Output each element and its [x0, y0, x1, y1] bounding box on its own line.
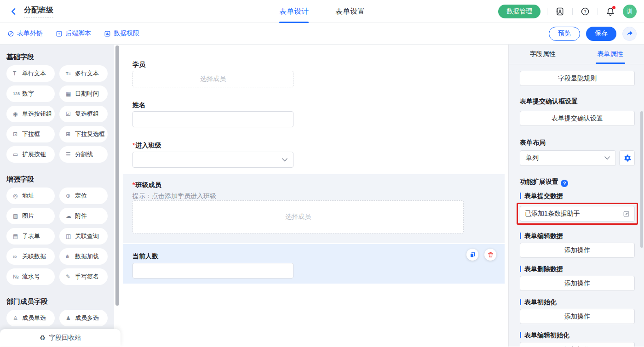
- person-icon: ♙: [13, 315, 22, 321]
- delete-field-button[interactable]: [484, 249, 496, 261]
- field-current-count-input[interactable]: [132, 263, 293, 279]
- member-picker-placeholder: 选择成员: [200, 75, 226, 83]
- sidebar-chip-member-single[interactable]: ♙成员单选: [6, 310, 55, 326]
- sidebar-chip-address[interactable]: ◎地址: [6, 188, 55, 204]
- form-submit-data-value: 已添加1条数据助手: [525, 210, 580, 218]
- field-recycle-bin-button[interactable]: ♻ 字段回收站: [0, 329, 121, 347]
- data-permission-label: 数据权限: [114, 29, 139, 38]
- submit-confirm-heading: 表单提交确认框设置: [520, 97, 635, 106]
- back-button[interactable]: [7, 5, 20, 18]
- sidebar-chip-label: 附件: [75, 212, 87, 220]
- member-picker-placeholder: 选择成员: [285, 213, 311, 221]
- avatar[interactable]: 训: [623, 5, 637, 18]
- sidebar-chip-image[interactable]: ▧图片: [6, 208, 55, 224]
- sidebar-chip-label: 单选按钮组: [22, 110, 52, 118]
- script-icon: [56, 30, 63, 37]
- panel-scrollbar-thumb[interactable]: [640, 111, 643, 248]
- form-layout-select[interactable]: 单列: [520, 150, 616, 166]
- sidebar-chip-member-multi[interactable]: ♟成员多选: [59, 310, 108, 326]
- layout-settings-button[interactable]: [619, 150, 635, 166]
- backend-script-label: 后端脚本: [65, 29, 91, 38]
- sidebar-section-title: 增强字段: [6, 175, 108, 184]
- data-manage-button[interactable]: 数据管理: [498, 5, 540, 18]
- form-layout-value: 单列: [526, 154, 539, 162]
- tab-form-design[interactable]: 表单设计: [279, 0, 309, 23]
- field-class-members-label: 班级成员: [135, 181, 161, 188]
- sidebar-chip-dropdown[interactable]: ⊡下拉框: [6, 126, 55, 142]
- field-student[interactable]: 学员 选择成员: [121, 60, 508, 87]
- sidebar-chip-serial-number[interactable]: №流水号: [6, 268, 55, 285]
- sidebar-chip-label: 日期时间: [75, 90, 99, 98]
- sidebar-section-title: 基础字段: [6, 52, 108, 62]
- sidebar-scrollbar-thumb[interactable]: [115, 46, 119, 306]
- field-name-input[interactable]: [132, 111, 293, 127]
- sidebar-chip-linked-query[interactable]: ◫关联查询: [59, 228, 108, 245]
- save-button[interactable]: 保存: [586, 27, 616, 41]
- checkbox-icon: ☑: [66, 111, 75, 117]
- subform-icon: ▤: [13, 233, 22, 239]
- form-init-add-action-button[interactable]: 添加操作: [520, 309, 635, 324]
- sidebar-chip-label: 手写签名: [75, 273, 99, 281]
- share-button[interactable]: [622, 27, 637, 41]
- sidebar-chip-linked-data[interactable]: ∞关联数据: [6, 248, 55, 265]
- tab-form-properties[interactable]: 表单属性: [576, 45, 644, 64]
- sidebar-chip-location[interactable]: ⊕定位: [59, 188, 108, 204]
- field-enter-class-select[interactable]: [132, 152, 293, 168]
- help-button[interactable]: ?: [579, 6, 591, 17]
- field-enter-class[interactable]: *进入班级: [121, 141, 508, 168]
- required-mark: *: [132, 142, 135, 149]
- sidebar-chip-multi-line-text[interactable]: T≡多行文本: [59, 65, 108, 82]
- field-student-member-picker[interactable]: 选择成员: [132, 71, 293, 87]
- sidebar-chip-radio-group[interactable]: ◉单选按钮组: [6, 106, 55, 122]
- sidebar-chip-checkbox-group[interactable]: ☑复选框组: [59, 106, 108, 122]
- data-permission-button[interactable]: 数据权限: [104, 29, 139, 38]
- radio-icon: ◉: [13, 111, 22, 117]
- sidebar-chip-label: 流水号: [22, 273, 40, 281]
- sidebar-chip-multi-dropdown[interactable]: ⊞下拉复选框: [59, 126, 108, 142]
- address-pin-icon: ◎: [13, 193, 22, 199]
- contact-book-button[interactable]: [554, 6, 566, 17]
- field-visibility-rules-button[interactable]: 字段显隐规则: [520, 71, 635, 86]
- sidebar-chip-single-line-text[interactable]: T单行文本: [6, 65, 55, 82]
- extension-help-icon[interactable]: ?: [561, 180, 568, 187]
- required-mark: *: [132, 181, 135, 188]
- sidebar-chip-number[interactable]: 123数字: [6, 85, 55, 102]
- ext-title-form-init: 表单初始化: [520, 297, 635, 307]
- form-edit-init-add-action-button[interactable]: 添加操作: [520, 342, 635, 347]
- ext-title-form-edit-init: 表单编辑初始化: [520, 330, 635, 340]
- edit-icon: [623, 210, 630, 217]
- ext-title-form-edit-data: 表单编辑数据: [520, 231, 635, 240]
- form-delete-data-add-action-button[interactable]: 添加操作: [520, 276, 635, 291]
- tab-field-properties[interactable]: 字段属性: [509, 45, 576, 64]
- page-title[interactable]: 分配班级: [24, 6, 53, 17]
- field-class-members[interactable]: *班级成员 提示：点击添加学员进入班级 选择成员: [123, 174, 505, 243]
- copy-field-button[interactable]: [466, 249, 478, 261]
- field-library-sidebar: 基础字段T单行文本T≡多行文本123数字▦日期时间◉单选按钮组☑复选框组⊡下拉框…: [0, 45, 114, 347]
- sidebar-chip-attachment[interactable]: ☁附件: [59, 208, 108, 224]
- form-external-link-button[interactable]: 表单外链: [7, 29, 43, 38]
- sidebar-chip-divider[interactable]: ☰分割线: [59, 146, 108, 163]
- sidebar-chip-signature[interactable]: ✎手写签名: [59, 268, 108, 285]
- tab-form-settings[interactable]: 表单设置: [335, 0, 365, 23]
- field-enter-class-label: 进入班级: [135, 142, 161, 149]
- backend-script-button[interactable]: 后端脚本: [56, 29, 91, 38]
- recycle-label: 字段回收站: [49, 334, 81, 342]
- form-layout-heading: 表单布局: [520, 138, 635, 147]
- help-icon: ?: [581, 7, 590, 16]
- notification-button[interactable]: [604, 6, 616, 17]
- sidebar-chip-data-load[interactable]: ılı数据加载: [59, 248, 108, 265]
- form-submit-data-value-box[interactable]: 已添加1条数据助手: [520, 206, 635, 222]
- submit-confirm-settings-button[interactable]: 表单提交确认设置: [520, 111, 635, 126]
- divider: [598, 8, 598, 15]
- preview-button[interactable]: 预览: [549, 27, 580, 41]
- sidebar-chip-label: 定位: [75, 192, 87, 200]
- edit-button[interactable]: [623, 210, 630, 217]
- sidebar-chip-datetime[interactable]: ▦日期时间: [59, 85, 108, 102]
- form-edit-data-add-action-button[interactable]: 添加操作: [520, 243, 635, 258]
- field-current-count-selected[interactable]: 当前人数: [123, 244, 505, 284]
- field-class-members-picker[interactable]: 选择成员: [132, 200, 464, 233]
- locate-icon: ⊕: [66, 193, 75, 199]
- sidebar-chip-extend-button[interactable]: ▭扩展按钮: [6, 146, 55, 163]
- field-name[interactable]: 姓名: [121, 100, 508, 127]
- sidebar-chip-subform[interactable]: ▤子表单: [6, 228, 55, 245]
